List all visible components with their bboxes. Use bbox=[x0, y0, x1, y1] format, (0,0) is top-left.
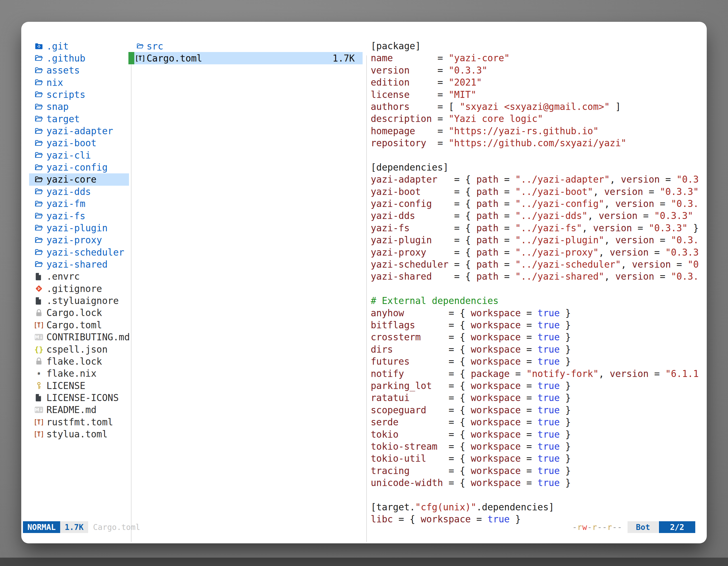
list-item-Cargo.toml[interactable]: [T]Cargo.toml1.7K bbox=[134, 52, 363, 64]
code-line: # External dependencies bbox=[371, 295, 705, 307]
list-item-scripts[interactable]: scripts bbox=[29, 88, 129, 101]
file-name: yazi-plugin bbox=[46, 223, 108, 234]
code-line: bitflags = { workspace = true } bbox=[371, 319, 705, 331]
folder-open-icon bbox=[35, 163, 43, 172]
code-line: [package] bbox=[371, 40, 705, 52]
code-line: yazi-dds = { path = "../yazi-dds", versi… bbox=[371, 210, 705, 222]
code-line: scopeguard = { workspace = true } bbox=[371, 404, 705, 416]
code-line: yazi-shared = { path = "../yazi-shared",… bbox=[371, 271, 705, 283]
code-line: edition = "2021" bbox=[371, 76, 705, 88]
code-line: tokio-stream = { workspace = true } bbox=[371, 440, 705, 452]
file-name: yazi-boot bbox=[46, 138, 97, 149]
list-item-.envrc[interactable]: .envrc bbox=[29, 271, 129, 283]
folder-git-icon bbox=[35, 42, 43, 50]
folder-open-icon bbox=[35, 139, 43, 147]
code-line: repository = "https://github.com/sxyazi/… bbox=[371, 137, 705, 149]
list-item-yazi-dds[interactable]: yazi-dds bbox=[29, 186, 129, 198]
file-name: assets bbox=[46, 65, 80, 76]
file-name: yazi-core bbox=[46, 174, 97, 185]
key-icon bbox=[35, 381, 43, 390]
status-right-group: -rw-r--r-- Bot 2/2 bbox=[572, 521, 695, 533]
braces-icon: {} bbox=[35, 345, 43, 353]
file-name: .github bbox=[46, 53, 85, 64]
desktop-shadow-band bbox=[0, 558, 728, 566]
list-item-yazi-fm[interactable]: yazi-fm bbox=[29, 198, 129, 210]
list-item-CONTRIBUTING.md[interactable]: M↓CONTRIBUTING.md bbox=[29, 331, 129, 343]
pane-separator bbox=[366, 55, 367, 542]
list-item-yazi-core[interactable]: yazi-core bbox=[29, 173, 129, 186]
list-item-snap[interactable]: snap bbox=[29, 101, 129, 113]
toml-icon: [T] bbox=[36, 418, 43, 426]
code-line: tracing = { workspace = true } bbox=[371, 465, 705, 477]
folder-open-icon bbox=[35, 151, 43, 159]
list-item-flake.nix[interactable]: ❄flake.nix bbox=[29, 367, 129, 380]
list-item-flake.lock[interactable]: flake.lock bbox=[29, 355, 129, 367]
folder-open-icon bbox=[35, 248, 43, 257]
file-name: CONTRIBUTING.md bbox=[46, 332, 130, 342]
markdown-icon: M↓ bbox=[35, 333, 43, 341]
list-item-cspell.json[interactable]: {}cspell.json bbox=[29, 343, 129, 355]
list-item-.styluaignore[interactable]: .styluaignore bbox=[29, 295, 129, 307]
file-name: Cargo.lock bbox=[46, 307, 102, 318]
list-item-stylua.toml[interactable]: [T]stylua.toml bbox=[29, 428, 129, 440]
markdown-icon: M↓ bbox=[35, 406, 43, 414]
code-line: license = "MIT" bbox=[371, 89, 705, 101]
list-item-yazi-cli[interactable]: yazi-cli bbox=[29, 149, 129, 161]
file-preview-pane: [package]name = "yazi-core"version = "0.… bbox=[371, 40, 705, 532]
file-name: yazi-adapter bbox=[46, 126, 113, 137]
code-line: name = "yazi-core" bbox=[371, 52, 705, 64]
status-filename: Cargo.toml bbox=[93, 523, 140, 532]
list-item-Cargo.toml[interactable]: [T]Cargo.toml bbox=[29, 319, 129, 331]
list-item-assets[interactable]: assets bbox=[29, 64, 129, 77]
list-item-.git[interactable]: .git bbox=[29, 40, 129, 52]
list-item-yazi-proxy[interactable]: yazi-proxy bbox=[29, 234, 129, 247]
code-line: crossterm = { workspace = true } bbox=[371, 331, 705, 343]
file-name: .envrc bbox=[46, 271, 80, 282]
code-line: yazi-config = { path = "../yazi-config",… bbox=[371, 198, 705, 210]
list-item-yazi-config[interactable]: yazi-config bbox=[29, 161, 129, 174]
file-size-badge: 1.7K bbox=[60, 521, 88, 533]
file-name: yazi-shared bbox=[46, 259, 108, 270]
file-name: flake.lock bbox=[46, 356, 102, 367]
code-line: yazi-proxy = { path = "../yazi-proxy", v… bbox=[371, 247, 705, 259]
list-item-src[interactable]: src bbox=[134, 40, 363, 52]
list-item-.github[interactable]: .github bbox=[29, 52, 129, 64]
lock-icon bbox=[35, 357, 43, 365]
folder-open-icon bbox=[35, 78, 43, 87]
list-item-yazi-plugin[interactable]: yazi-plugin bbox=[29, 222, 129, 234]
file-permissions: -rw-r--r-- bbox=[572, 523, 622, 532]
file-name: yazi-fm bbox=[46, 198, 85, 209]
folder-open-icon bbox=[137, 42, 144, 50]
list-item-yazi-fs[interactable]: yazi-fs bbox=[29, 210, 129, 222]
folder-open-icon bbox=[35, 90, 43, 99]
list-item-yazi-adapter[interactable]: yazi-adapter bbox=[29, 125, 129, 137]
file-name: .gitignore bbox=[46, 283, 102, 294]
list-item-README.md[interactable]: M↓README.md bbox=[29, 404, 129, 416]
file-name: target bbox=[46, 114, 80, 125]
code-line: [dependencies] bbox=[371, 161, 705, 173]
file-icon bbox=[35, 393, 43, 402]
list-item-Cargo.lock[interactable]: Cargo.lock bbox=[29, 307, 129, 319]
yazi-file-manager-window: .git.githubassetsnixscriptssnaptargetyaz… bbox=[21, 22, 707, 543]
toml-icon: [T] bbox=[137, 54, 143, 62]
list-item-LICENSE-ICONS[interactable]: LICENSE-ICONS bbox=[29, 391, 129, 404]
code-line: yazi-plugin = { path = "../yazi-plugin",… bbox=[371, 234, 705, 246]
status-left-group: NORMAL 1.7K Cargo.toml bbox=[23, 521, 140, 533]
list-item-yazi-boot[interactable]: yazi-boot bbox=[29, 137, 129, 149]
list-item-target[interactable]: target bbox=[29, 113, 129, 125]
file-progress-badge: 2/2 bbox=[659, 521, 695, 533]
list-item-yazi-shared[interactable]: yazi-shared bbox=[29, 258, 129, 271]
file-name: yazi-scheduler bbox=[46, 247, 124, 258]
lock-icon bbox=[35, 309, 43, 317]
folder-open-icon bbox=[35, 115, 43, 123]
code-line: dirs = { workspace = true } bbox=[371, 343, 705, 355]
file-name: Cargo.toml bbox=[147, 53, 202, 64]
git-diamond-icon bbox=[35, 284, 43, 293]
list-item-nix[interactable]: nix bbox=[29, 76, 129, 89]
list-item-yazi-scheduler[interactable]: yazi-scheduler bbox=[29, 246, 129, 259]
list-item-LICENSE[interactable]: LICENSE bbox=[29, 379, 129, 392]
list-item-rustfmt.toml[interactable]: [T]rustfmt.toml bbox=[29, 416, 129, 428]
file-name: cspell.json bbox=[46, 344, 108, 355]
list-item-.gitignore[interactable]: .gitignore bbox=[29, 283, 129, 295]
folder-open-icon bbox=[35, 212, 43, 220]
